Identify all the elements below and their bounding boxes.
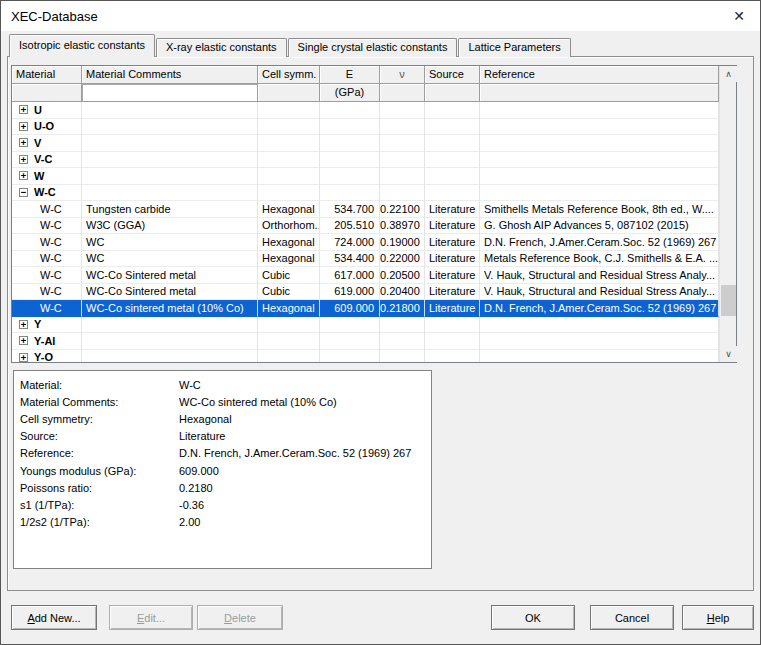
expand-icon[interactable]: +: [19, 353, 28, 362]
poissons-ratio-cell: 0.20400: [380, 284, 425, 301]
material-cell: W-C: [12, 234, 82, 251]
reference-cell: Metals Reference Book, C.J. Smithells & …: [480, 251, 719, 268]
reference-cell: V. Hauk, Structural and Residual Stress …: [480, 267, 719, 284]
tree-group-row-y-o[interactable]: +Y-O: [12, 350, 719, 363]
table-row[interactable]: W-CWC-Co Sintered metalCubic619.0000.204…: [12, 284, 719, 301]
tree-group-row-u-o[interactable]: +U-O: [12, 119, 719, 136]
tree-group-row-v-c[interactable]: +V-C: [12, 152, 719, 169]
column-header-source[interactable]: Source: [425, 66, 480, 84]
comments-cell: Tungsten carbide: [82, 201, 258, 218]
expand-icon[interactable]: +: [19, 122, 28, 131]
tab-x-ray-elastic-constants[interactable]: X-ray elastic constants: [156, 38, 287, 57]
material-cell: W-C: [12, 267, 82, 284]
empty-cell: [82, 168, 258, 185]
column-header--[interactable]: ν: [380, 66, 425, 84]
empty-cell: [425, 119, 480, 136]
empty-cell: [380, 119, 425, 136]
material-cell: +V-C: [12, 152, 82, 169]
cancel-button[interactable]: Cancel: [590, 605, 674, 630]
column-header-material[interactable]: Material: [12, 66, 82, 84]
tree-group-row-y-al[interactable]: +Y-Al: [12, 333, 719, 350]
details-row: Poissons ratio:0.2180: [20, 479, 425, 496]
empty-cell: [380, 152, 425, 169]
reference-cell: V. Hauk, Structural and Residual Stress …: [480, 284, 719, 301]
xec-database-dialog: XEC-Database ✕ Isotropic elastic constan…: [0, 0, 761, 645]
empty-cell: [320, 135, 380, 152]
table-row[interactable]: W-CTungsten carbideHexagonal534.7000.221…: [12, 201, 719, 218]
tree-group-row-u[interactable]: +U: [12, 102, 719, 119]
tree-group-row-y[interactable]: +Y: [12, 317, 719, 334]
table-subheader: (GPa): [12, 84, 719, 102]
empty-cell: [258, 317, 320, 334]
delete-button: Delete: [197, 605, 283, 630]
poissons-ratio-cell: 0.19000: [380, 234, 425, 251]
empty-cell: [425, 333, 480, 350]
close-icon[interactable]: ✕: [718, 1, 760, 30]
expand-icon[interactable]: +: [19, 138, 28, 147]
reference-cell: D.N. French, J.Amer.Ceram.Soc. 52 (1969)…: [480, 234, 719, 251]
expand-icon[interactable]: +: [19, 105, 28, 114]
table-row[interactable]: W-CWCHexagonal724.0000.19000LiteratureD.…: [12, 234, 719, 251]
empty-cell: [320, 168, 380, 185]
material-cell: +V: [12, 135, 82, 152]
comments-cell: WC-Co sintered metal (10% Co): [82, 300, 258, 317]
details-label: Material Comments:: [20, 396, 179, 408]
column-header-cell-symm-[interactable]: Cell symm.: [258, 66, 320, 84]
details-value: Literature: [179, 430, 225, 442]
reference-cell: D.N. French, J.Amer.Ceram.Soc. 52 (1969)…: [480, 300, 719, 317]
empty-cell: [380, 317, 425, 334]
cell-symmetry-cell: Hexagonal: [258, 201, 320, 218]
subheader-cell: [12, 84, 82, 102]
details-label: s1 (1/TPa):: [20, 499, 179, 511]
empty-cell: [82, 185, 258, 202]
title-bar: XEC-Database ✕: [1, 1, 760, 31]
materials-table: MaterialMaterial CommentsCell symm.EνSou…: [11, 65, 737, 363]
group-label: U: [34, 104, 42, 116]
help-button[interactable]: Help: [682, 605, 754, 630]
tab-isotropic-elastic-constants[interactable]: Isotropic elastic constants: [9, 34, 155, 57]
tab-lattice-parameters[interactable]: Lattice Parameters: [458, 38, 570, 57]
empty-cell: [480, 317, 719, 334]
expand-icon[interactable]: +: [19, 171, 28, 180]
details-value: -0.36: [179, 499, 204, 511]
table-row[interactable]: W-CWCHexagonal534.4000.22000LiteratureMe…: [12, 251, 719, 268]
table-row-selected[interactable]: W-CWC-Co sintered metal (10% Co)Hexagona…: [12, 300, 719, 317]
column-header-e[interactable]: E: [320, 66, 380, 84]
empty-cell: [425, 317, 480, 334]
add-new-button[interactable]: Add New...: [11, 605, 97, 630]
expand-icon[interactable]: +: [19, 155, 28, 164]
scroll-up-icon[interactable]: ∧: [720, 66, 737, 82]
empty-cell: [258, 333, 320, 350]
cell-symmetry-cell: Hexagonal: [258, 300, 320, 317]
ok-button[interactable]: OK: [491, 605, 575, 630]
details-label: Material:: [20, 379, 179, 391]
source-cell: Literature: [425, 234, 480, 251]
vertical-scrollbar[interactable]: ∧ ∨: [719, 66, 736, 362]
empty-cell: [425, 185, 480, 202]
scrollbar-thumb[interactable]: [721, 285, 736, 316]
tab-single-crystal-elastic-constants[interactable]: Single crystal elastic constants: [288, 38, 458, 57]
column-header-reference[interactable]: Reference: [480, 66, 719, 84]
details-value: 0.2180: [179, 482, 213, 494]
expand-icon[interactable]: +: [19, 336, 28, 345]
details-value: W-C: [179, 379, 201, 391]
expand-icon[interactable]: +: [19, 320, 28, 329]
collapse-icon[interactable]: −: [19, 188, 28, 197]
poissons-ratio-cell: 0.20500: [380, 267, 425, 284]
column-header-material-comments[interactable]: Material Comments: [82, 66, 258, 84]
empty-cell: [480, 152, 719, 169]
tree-group-row-w[interactable]: +W: [12, 168, 719, 185]
empty-cell: [82, 102, 258, 119]
tree-group-row-v[interactable]: +V: [12, 135, 719, 152]
details-row: Source:Literature: [20, 428, 425, 445]
table-row[interactable]: W-CWC-Co Sintered metalCubic617.0000.205…: [12, 267, 719, 284]
source-cell: Literature: [425, 201, 480, 218]
empty-cell: [320, 317, 380, 334]
empty-cell: [258, 102, 320, 119]
group-label: V: [34, 137, 41, 149]
tree-group-row-w-c[interactable]: −W-C: [12, 185, 719, 202]
reference-cell: Smithells Metals Reference Book, 8th ed.…: [480, 201, 719, 218]
scroll-down-icon[interactable]: ∨: [720, 346, 737, 362]
details-row: Material:W-C: [20, 376, 425, 393]
table-row[interactable]: W-CW3C (GGA)Orthorhom...205.5100.38970Li…: [12, 218, 719, 235]
